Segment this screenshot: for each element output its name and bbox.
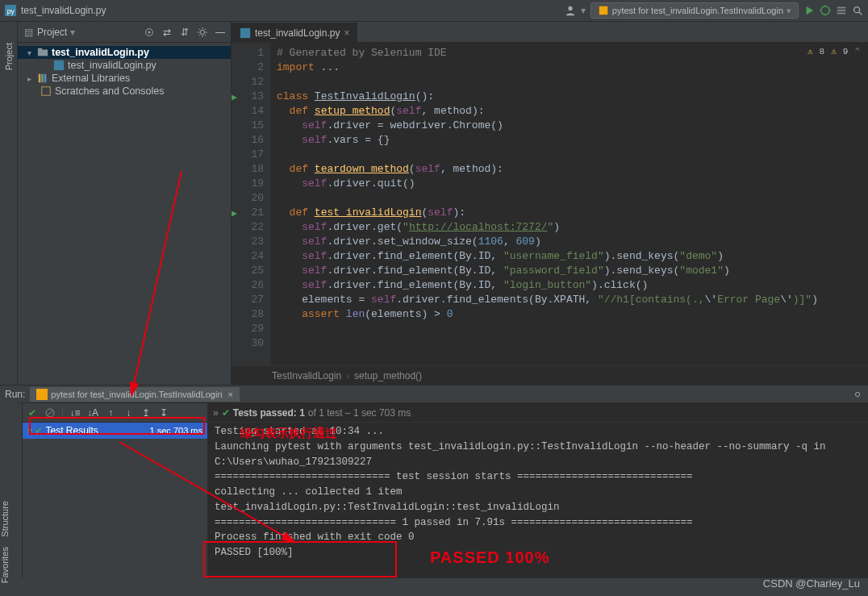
editor-area: test_invalidLogin.py × 12121314151617181… <box>232 22 868 385</box>
project-title[interactable]: Project <box>37 27 67 38</box>
tree-ext-libs[interactable]: ▸ External Libraries <box>18 72 231 85</box>
dropdown-icon[interactable]: ▾ <box>70 27 75 38</box>
sort-alpha-icon[interactable]: ↓A <box>86 406 99 419</box>
svg-rect-18 <box>44 74 47 83</box>
structure-toolwindow-tab[interactable]: Structure <box>0 496 18 542</box>
tree-file[interactable]: test_invalidLogin.py <box>18 59 231 72</box>
next-icon[interactable]: ↧ <box>157 406 170 419</box>
settings-gear-icon[interactable] <box>852 389 863 400</box>
pytest-icon <box>598 5 609 16</box>
svg-rect-16 <box>39 74 41 83</box>
debug-button[interactable] <box>820 5 831 16</box>
user-icon[interactable] <box>565 5 576 16</box>
svg-rect-6 <box>837 10 846 11</box>
close-tab-icon[interactable]: × <box>344 27 349 39</box>
folder-icon <box>37 47 48 58</box>
warning-icon: ⚠ <box>831 46 837 58</box>
run-label: Run: <box>5 389 25 400</box>
test-status-bar: » ✔ Tests passed: 1 of 1 test – 1 sec 70… <box>208 403 868 423</box>
collapse-icon[interactable]: ↓ <box>122 406 135 419</box>
svg-rect-21 <box>36 389 48 400</box>
project-toolwindow-tab[interactable]: Project <box>4 38 14 75</box>
svg-point-2 <box>568 6 572 10</box>
breadcrumb-file[interactable]: test_invalidLogin.py <box>21 5 106 16</box>
svg-rect-14 <box>38 48 42 51</box>
svg-rect-3 <box>599 6 608 15</box>
svg-point-8 <box>854 7 860 13</box>
svg-rect-13 <box>38 50 48 56</box>
title-toolbar: py test_invalidLogin.py ▾ pytest for tes… <box>0 0 868 22</box>
hide-panel-icon[interactable]: — <box>215 27 226 38</box>
run-button[interactable] <box>803 5 815 16</box>
scratches-icon <box>40 85 52 97</box>
show-passed-icon[interactable]: ✔ <box>26 406 39 419</box>
project-panel: ▤ Project ▾ ⇄ ⇵ — ▾ test_invalidLogin.py <box>18 22 232 385</box>
editor-breadcrumbs[interactable]: TestInvalidLogin › setup_method() <box>232 365 868 385</box>
python-file-icon <box>53 60 65 71</box>
select-opened-file-icon[interactable] <box>144 27 155 38</box>
svg-line-9 <box>859 12 862 15</box>
python-file-icon: py <box>5 5 16 16</box>
run-config-selector[interactable]: pytest for test_invalidLogin.TestInvalid… <box>590 2 799 19</box>
editor-tabs: test_invalidLogin.py × <box>232 22 868 43</box>
pytest-icon <box>36 389 48 400</box>
svg-rect-19 <box>42 87 51 96</box>
code-editor[interactable]: 1212131415161718192021222324252627282930… <box>232 43 868 365</box>
inspection-badges[interactable]: ⚠8 ⚠9 ⌃ <box>807 46 860 58</box>
check-icon: ✔ <box>222 407 230 419</box>
library-icon <box>37 73 48 84</box>
svg-point-4 <box>821 6 830 15</box>
run-tab[interactable]: pytest for test_invalidLogin.TestInvalid… <box>30 387 240 402</box>
search-icon[interactable] <box>852 5 863 16</box>
svg-rect-17 <box>41 74 44 83</box>
editor-tab[interactable]: test_invalidLogin.py × <box>232 23 357 42</box>
svg-point-12 <box>200 30 204 34</box>
watermark: CSDN @Charley_Lu <box>763 577 860 590</box>
close-tab-icon[interactable]: × <box>226 390 233 399</box>
settings-gear-icon[interactable] <box>197 27 208 38</box>
show-ignored-icon[interactable] <box>44 406 56 419</box>
warning-icon: ⚠ <box>807 46 813 58</box>
prev-icon[interactable]: ↥ <box>140 406 152 419</box>
left-gutter-bar: Project <box>0 22 18 385</box>
run-panel: Run: pytest for test_invalidLogin.TestIn… <box>0 385 868 578</box>
project-tree[interactable]: ▾ test_invalidLogin.py test_invalidLogin… <box>18 43 231 101</box>
svg-point-11 <box>148 31 151 33</box>
tree-scratches[interactable]: Scratches and Consoles <box>18 85 231 98</box>
expand-all-icon[interactable]: ⇄ <box>161 27 173 38</box>
test-tree-panel: ✔ | ↓≡ ↓A ↑ ↓ ↥ ↧ ▾ ✔ Test Results 1 sec… <box>23 403 208 578</box>
console-output[interactable]: Testing started at 10:34 ...Launching py… <box>208 423 868 578</box>
svg-rect-20 <box>240 28 250 38</box>
svg-rect-7 <box>837 13 846 15</box>
check-icon: ▾ ✔ <box>27 425 43 436</box>
project-view-icon: ▤ <box>23 27 34 38</box>
svg-rect-15 <box>54 60 64 70</box>
more-run-icon[interactable] <box>836 5 847 16</box>
test-results-root[interactable]: ▾ ✔ Test Results 1 sec 703 ms <box>23 423 207 439</box>
python-file-icon <box>240 27 251 39</box>
more-icon[interactable]: » <box>213 407 219 419</box>
main-area: Project ▤ Project ▾ ⇄ ⇵ — ▾ test_invalid… <box>0 22 868 385</box>
svg-point-22 <box>855 392 859 396</box>
svg-line-26 <box>47 410 53 416</box>
sort-icon[interactable]: ↓≡ <box>69 406 81 419</box>
svg-rect-5 <box>837 7 846 9</box>
expand-icon[interactable]: ↑ <box>104 406 117 419</box>
collapse-all-icon[interactable]: ⇵ <box>179 27 190 38</box>
svg-text:py: py <box>7 7 15 15</box>
tree-root[interactable]: ▾ test_invalidLogin.py <box>18 46 231 59</box>
favorites-toolwindow-tab[interactable]: Favorites <box>0 542 18 588</box>
left-bottom-bar: Structure Favorites <box>0 402 18 596</box>
